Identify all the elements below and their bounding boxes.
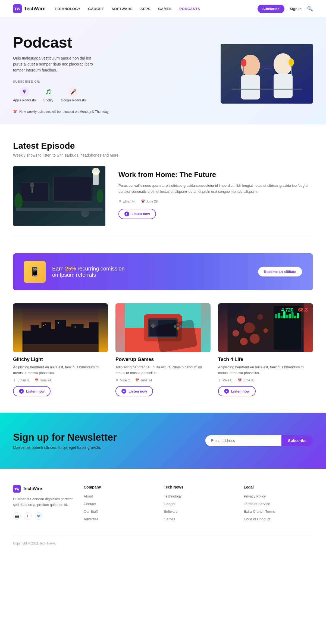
- card-meta-3: 🎙 Mike C. 📅 June 06: [218, 378, 313, 382]
- footer-legal: Legal Privacy Policy Terms of Service Ex…: [244, 485, 313, 524]
- footer-privacy[interactable]: Privacy Policy: [244, 494, 266, 498]
- svg-rect-63: [289, 314, 291, 318]
- svg-point-15: [14, 193, 23, 210]
- footer-brand: TW TechWire Pulvinar dis aenean dignissi…: [13, 485, 73, 524]
- card-author-1: 🎙 Ethan H.: [13, 378, 30, 382]
- listen-button-2[interactable]: ▶ Listen now: [115, 386, 153, 396]
- nav-podcasts[interactable]: Podcasts: [179, 7, 200, 11]
- search-icon[interactable]: 🔍: [307, 6, 313, 12]
- affiliate-banner: 📱 Earn 25% recurring comissionon Ipsum r…: [13, 253, 313, 290]
- episode-author: 🎙 Ethan H.: [118, 200, 136, 203]
- nav-technology[interactable]: Technology: [54, 7, 81, 11]
- card-title-3: Tech 4 Life: [218, 357, 313, 362]
- notice-text: New weekly episodes will be released on …: [19, 110, 109, 114]
- svg-rect-14: [54, 177, 92, 201]
- footer-contact[interactable]: Contact: [84, 502, 96, 506]
- listen-now-button[interactable]: ▶ Listen now: [118, 209, 156, 219]
- svg-text:4,720: 4,720: [281, 307, 293, 313]
- tech4life-img: 4,720 68.3: [218, 303, 313, 352]
- play-icon-1: ▶: [19, 389, 24, 394]
- footer-code-conduct[interactable]: Code of Conduct: [244, 517, 270, 521]
- footer-tech-heading: Tech News: [164, 485, 233, 489]
- episode-content: Work from Home: The Future Purus convall…: [118, 166, 313, 219]
- listen-button-1[interactable]: ▶ Listen now: [13, 386, 51, 396]
- apple-podcasts[interactable]: 🎙 Apple Podcasts: [13, 87, 36, 102]
- card-title-1: Glitchy Light: [13, 357, 108, 362]
- newsletter-title: Sign up for Newsletter: [13, 432, 117, 443]
- svg-rect-66: [297, 313, 299, 318]
- twitter-icon[interactable]: 🐦: [35, 512, 42, 520]
- svg-point-73: [240, 338, 247, 345]
- nav-gadget[interactable]: Gadget: [88, 7, 104, 11]
- footer-advertise[interactable]: Advertise: [84, 517, 98, 521]
- svg-rect-13: [21, 182, 48, 201]
- subscribe-platforms: 🎙 Apple Podcasts 🎵 Spotify 🎤 Google Podc…: [13, 87, 208, 102]
- become-affiliate-button[interactable]: Become an affiliate: [258, 267, 302, 276]
- instagram-icon[interactable]: 📷: [13, 512, 21, 520]
- logo[interactable]: TW TechWire: [13, 4, 46, 13]
- latest-section: Latest Episode Weekly shows to listen to…: [0, 125, 326, 253]
- svg-point-16: [97, 189, 103, 203]
- play-icon-3: ▶: [224, 389, 229, 394]
- hero-title: Podcast: [13, 34, 208, 51]
- banner-left: 📱 Earn 25% recurring comissionon Ipsum r…: [24, 261, 125, 283]
- spotify[interactable]: 🎵 Spotify: [43, 87, 53, 102]
- logo-text: TechWire: [24, 6, 46, 12]
- svg-rect-40: [23, 344, 99, 352]
- footer-software[interactable]: Software: [164, 509, 178, 514]
- footer-company-links: About Contact Our Staff Advertise: [84, 494, 153, 521]
- facebook-icon[interactable]: f: [24, 512, 32, 520]
- hero-image-wrapper: [221, 44, 313, 104]
- episode-title: Work from Home: The Future: [118, 170, 313, 179]
- apple-icon: 🎙: [20, 87, 29, 97]
- newsletter-subscribe-button[interactable]: Subscribe: [281, 435, 313, 446]
- episode-card-1: Glitchy Light Adipiscing hendrerit eu nu…: [13, 303, 108, 397]
- copyright-text: Copyright © 2021 Tech News.: [13, 542, 56, 545]
- footer-technology[interactable]: Technology: [164, 494, 182, 498]
- section-title: Latest Episode: [13, 141, 313, 151]
- logo-icon: TW: [13, 4, 22, 13]
- svg-rect-62: [286, 315, 288, 318]
- google-podcasts[interactable]: 🎤 Google Podcasts: [61, 87, 86, 102]
- footer-our-staff[interactable]: Our Staff: [84, 509, 98, 514]
- svg-point-67: [237, 316, 245, 324]
- footer-terms[interactable]: Terms of Service: [244, 502, 270, 506]
- signin-button[interactable]: Sign In: [290, 7, 302, 11]
- card-date-3: 📅 June 06: [238, 378, 255, 382]
- episode-illustration: [13, 166, 105, 226]
- footer: TW TechWire Pulvinar dis aenean dignissi…: [0, 469, 326, 554]
- listen-button-3[interactable]: ▶ Listen now: [218, 386, 256, 396]
- banner-text: Earn 25% recurring comissionon Ipsum ref…: [52, 266, 125, 278]
- hero-content: Podcast Quis malesuada vestibulum augue …: [13, 34, 221, 114]
- nav-apps[interactable]: Apps: [140, 7, 151, 11]
- nav-software[interactable]: Software: [112, 7, 133, 11]
- nav-games[interactable]: Games: [158, 7, 172, 11]
- episode-meta: 🎙 Ethan H. 📅 June 28: [118, 200, 313, 203]
- svg-rect-22: [81, 209, 89, 217]
- svg-text:TW: TW: [14, 488, 19, 491]
- banner-image: 📱: [24, 261, 46, 283]
- footer-extra-crunch[interactable]: Extra Crunch Terms: [244, 509, 275, 514]
- newsletter-section: Sign up for Newsletter Maecenas potenti …: [0, 413, 326, 469]
- footer-gadget[interactable]: Gadget: [164, 502, 175, 506]
- episode-description: Purus convallis nunc quam turpis ultrice…: [118, 183, 313, 195]
- svg-rect-6: [243, 67, 244, 75]
- footer-about[interactable]: About: [84, 494, 93, 498]
- footer-games[interactable]: Games: [164, 517, 175, 521]
- newsletter-form: Subscribe: [205, 435, 313, 446]
- svg-rect-55: [274, 306, 301, 350]
- play-icon-2: ▶: [121, 389, 126, 394]
- episode-card-3: 4,720 68.3 Tec: [218, 303, 313, 397]
- card-desc-2: Adipiscing hendrerit eu nulla est, fauci…: [115, 365, 210, 376]
- episode-image: [13, 166, 105, 226]
- card-date-1: 📅 June 24: [35, 378, 51, 382]
- subscribe-button[interactable]: Subscribe: [258, 5, 284, 13]
- nav-links: Technology Gadget Software Apps Games Po…: [54, 6, 258, 11]
- card-image-2: [115, 303, 210, 352]
- subscribe-label: SUBSCRIBE ON:: [13, 80, 208, 83]
- svg-rect-37: [45, 324, 46, 325]
- calendar-icon: 📅: [141, 200, 145, 203]
- footer-logo: TW TechWire: [13, 485, 73, 493]
- episode-card-2: Powerup Games Adipiscing hendrerit eu nu…: [115, 303, 210, 397]
- email-input[interactable]: [205, 435, 281, 446]
